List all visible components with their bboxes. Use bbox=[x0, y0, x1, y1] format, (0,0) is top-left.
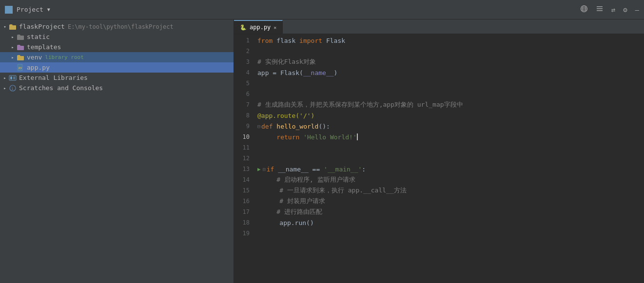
token: Flask bbox=[280, 69, 299, 76]
title-bar-left: Project ▼ bbox=[5, 6, 102, 14]
sidebar-item-templates[interactable]: ▸ templates bbox=[0, 42, 234, 52]
code-line-3: # 实例化Flask对象 bbox=[257, 57, 644, 67]
tab-close-icon[interactable]: ✕ bbox=[273, 25, 276, 30]
code-line-2 bbox=[257, 46, 644, 57]
token: app bbox=[257, 69, 269, 76]
token: if bbox=[267, 166, 274, 173]
ln-12: 12 bbox=[240, 153, 250, 164]
svg-rect-16 bbox=[13, 76, 15, 79]
globe-icon[interactable] bbox=[580, 5, 588, 14]
ln-15: 15 bbox=[240, 185, 250, 196]
ln-8: 8 bbox=[240, 110, 250, 121]
token: from bbox=[257, 37, 273, 44]
code-line-6 bbox=[257, 89, 644, 99]
token: # 进行路由匹配 bbox=[276, 208, 322, 216]
chevron-flaskproject: ▾ bbox=[2, 24, 8, 30]
label-flaskproject: flaskProject bbox=[19, 23, 65, 30]
folder-icon-flaskproject bbox=[9, 23, 17, 30]
tab-label: app.py bbox=[250, 24, 271, 31]
sidebar-item-venv[interactable]: ▸ venv library root bbox=[0, 52, 234, 62]
settings-icon[interactable]: ⚙ bbox=[623, 6, 627, 14]
ln-13: 13 bbox=[240, 164, 250, 174]
token: @app.route('/') bbox=[257, 112, 314, 119]
token: # 封装用户请求 bbox=[279, 197, 325, 206]
chevron-templates: ▸ bbox=[10, 44, 16, 50]
icon-external-libs bbox=[9, 75, 17, 81]
ln-5: 5 bbox=[240, 78, 250, 89]
sidebar-item-apppy[interactable]: py app.py bbox=[0, 62, 234, 73]
label-venv: venv bbox=[27, 54, 42, 61]
label-apppy: app.py bbox=[27, 64, 50, 71]
code-line-1: from flask import Flask bbox=[257, 35, 644, 46]
svg-rect-1 bbox=[7, 8, 11, 9]
tab-apppy[interactable]: 🐍 app.py ✕ bbox=[234, 20, 283, 34]
token: return bbox=[276, 133, 299, 141]
svg-rect-15 bbox=[10, 76, 12, 79]
label-external-libs: External Libraries bbox=[19, 74, 88, 81]
sidebar-item-scratches[interactable]: ▸ i Scratches and Consoles bbox=[0, 83, 234, 93]
token: hello_world bbox=[276, 123, 318, 130]
ln-18: 18 bbox=[240, 217, 250, 228]
code-area[interactable]: from flask import Flask # 实例化Flask对象 a bbox=[254, 34, 644, 283]
icon-scratches: i bbox=[9, 85, 17, 92]
ln-2: 2 bbox=[240, 46, 250, 57]
file-icon-apppy: py bbox=[17, 64, 24, 71]
chevron-scratches: ▸ bbox=[2, 85, 8, 91]
code-line-14: ⊟ # 启动程序, 监听用户请求 bbox=[257, 174, 644, 185]
sidebar: ▾ flaskProject E:\my-tool\python\flaskPr… bbox=[0, 19, 234, 283]
sidebar-item-external-libs[interactable]: ▸ External Libraries bbox=[0, 73, 234, 83]
code-line-7: # 生成路由关系，并把关系保存到某个地方,app对象的 url_map字段中 bbox=[257, 99, 644, 110]
main-layout: ▾ flaskProject E:\my-tool\python\flaskPr… bbox=[0, 19, 644, 283]
tab-file-icon: 🐍 bbox=[240, 24, 247, 31]
token: __name__ bbox=[278, 166, 309, 173]
token: Flask bbox=[326, 37, 345, 44]
token: __name__ bbox=[303, 69, 334, 76]
token: def bbox=[261, 123, 273, 130]
svg-rect-11 bbox=[597, 10, 603, 11]
svg-rect-3 bbox=[7, 11, 9, 12]
code-line-13: ▶ ⊟ if __name__ == '__main__' : bbox=[257, 164, 644, 174]
token: # 一旦请求到来，执行 app.__call__方法 bbox=[279, 186, 406, 195]
folder-icon-static bbox=[17, 34, 24, 40]
list-icon[interactable] bbox=[596, 5, 604, 14]
minimize-icon[interactable]: — bbox=[635, 6, 639, 14]
run-arrow-13[interactable]: ▶ bbox=[257, 166, 261, 172]
ln-7: 7 bbox=[240, 99, 250, 110]
token: '__main__' bbox=[324, 166, 362, 173]
label-templates: templates bbox=[27, 43, 61, 51]
svg-rect-10 bbox=[597, 8, 603, 9]
fold-btn-13[interactable]: ⊟ bbox=[263, 167, 266, 172]
library-label-venv: library root bbox=[45, 54, 83, 60]
title-project-label[interactable]: Project bbox=[17, 6, 43, 13]
svg-rect-2 bbox=[7, 9, 10, 10]
fold-btn-9[interactable]: ⊟ bbox=[257, 124, 260, 129]
token: # 实例化Flask对象 bbox=[257, 57, 316, 66]
svg-rect-9 bbox=[597, 6, 603, 7]
code-line-17: ⊟ # 进行路由匹配 bbox=[257, 207, 644, 217]
sync-icon[interactable]: ⇄ bbox=[611, 6, 615, 14]
code-line-18: app .run() bbox=[257, 217, 644, 228]
folder-icon-venv bbox=[17, 54, 24, 61]
token: import bbox=[299, 37, 322, 44]
ln-4: 4 bbox=[240, 67, 250, 78]
token: app bbox=[279, 219, 291, 226]
chevron-external-libs: ▸ bbox=[2, 75, 8, 81]
ln-3: 3 bbox=[240, 57, 250, 67]
code-line-16: # 封装用户请求 bbox=[257, 196, 644, 207]
token: 'Hello World!' bbox=[303, 133, 357, 141]
ln-9: 9 bbox=[240, 121, 250, 132]
svg-text:py: py bbox=[19, 66, 22, 70]
title-arrow: ▼ bbox=[47, 7, 50, 12]
code-line-9: ⊟ def hello_world (): bbox=[257, 121, 644, 132]
token: # 生成路由关系，并把关系保存到某个地方,app对象的 url_map字段中 bbox=[257, 100, 463, 109]
cursor bbox=[357, 133, 358, 140]
editor-content[interactable]: 1 2 3 4 5 6 7 8 9 10 11 12 13 14 15 16 1… bbox=[234, 34, 644, 283]
sidebar-item-static[interactable]: ▸ static bbox=[0, 32, 234, 42]
token: flask bbox=[276, 37, 295, 44]
code-line-11 bbox=[257, 142, 644, 153]
code-line-4: app = Flask ( __name__ ) bbox=[257, 67, 644, 78]
path-flaskproject: E:\my-tool\python\flaskProject bbox=[68, 23, 174, 30]
token: # 启动程序, 监听用户请求 bbox=[276, 175, 355, 184]
ln-16: 16 bbox=[240, 196, 250, 207]
sidebar-item-flaskproject[interactable]: ▾ flaskProject E:\my-tool\python\flaskPr… bbox=[0, 21, 234, 32]
